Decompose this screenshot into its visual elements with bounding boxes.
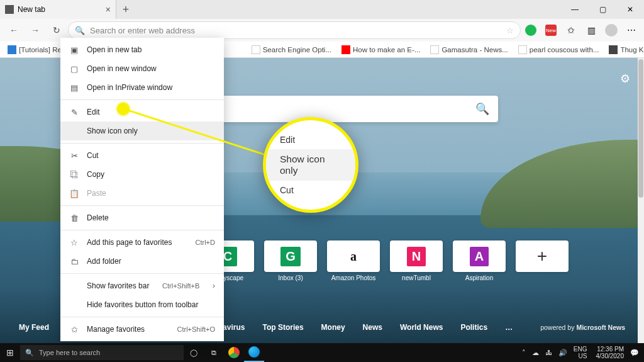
feed-topic[interactable]: Politics bbox=[460, 323, 487, 332]
notifications-icon[interactable]: 💬 bbox=[630, 349, 639, 357]
search-icon: 🔍 bbox=[475, 102, 489, 116]
quick-link-tile[interactable]: AAspiration bbox=[453, 240, 506, 281]
ctx-open-inprivate[interactable]: ▤Open in InPrivate window bbox=[60, 78, 224, 97]
quick-link-tile[interactable]: aAmazon Photos bbox=[327, 240, 380, 281]
highlight-leader-line bbox=[128, 110, 283, 161]
favorites-icon[interactable]: ✩ bbox=[562, 21, 580, 39]
callout-show-icon-only: Show icon only bbox=[266, 149, 355, 181]
language-indicator[interactable]: ENGUS bbox=[574, 346, 587, 359]
window-controls: — ▢ ✕ bbox=[561, 0, 644, 19]
tab-favicon bbox=[5, 5, 14, 14]
minimize-button[interactable]: — bbox=[561, 0, 589, 19]
onedrive-icon[interactable]: ☁ bbox=[532, 349, 539, 357]
start-button[interactable]: ⊞ bbox=[0, 348, 20, 358]
scrollbar-thumb[interactable] bbox=[638, 59, 643, 198]
menu-icon[interactable]: ⋯ bbox=[623, 21, 640, 39]
feed-topic[interactable]: News bbox=[363, 323, 382, 332]
ctx-show-fav-bar[interactable]: Show favorites barCtrl+Shift+B› bbox=[60, 276, 224, 295]
tab-title: New tab bbox=[18, 5, 45, 14]
windows-taskbar: ⊞ 🔍Type here to search ◯ ⧉ ˄ ☁ 🖧 🔊 ENGUS… bbox=[0, 343, 644, 362]
chevron-right-icon: › bbox=[213, 281, 215, 290]
extension-icon[interactable]: New bbox=[542, 21, 560, 39]
paste-icon: 📋 bbox=[69, 189, 79, 198]
task-view-icon[interactable]: ⧉ bbox=[204, 343, 224, 362]
copy-icon: ⿻ bbox=[69, 170, 79, 179]
scissors-icon: ✂ bbox=[69, 151, 79, 161]
feed-topic[interactable]: Money bbox=[321, 323, 345, 332]
ctx-delete[interactable]: 🗑Delete bbox=[60, 208, 224, 227]
back-button[interactable]: ← bbox=[4, 20, 24, 40]
profile-avatar[interactable] bbox=[602, 21, 620, 39]
ctx-open-new-tab[interactable]: ▣Open in new tab bbox=[60, 40, 224, 59]
new-window-icon: ▢ bbox=[69, 64, 79, 74]
star-icon: ☆ bbox=[69, 238, 79, 247]
browser-tab[interactable]: New tab × bbox=[0, 0, 116, 19]
address-bar[interactable]: 🔍 Search or enter web address ☆ bbox=[68, 21, 521, 39]
network-icon[interactable]: 🖧 bbox=[545, 349, 552, 356]
svg-line-0 bbox=[128, 110, 283, 161]
ctx-hide-fav-btn[interactable]: Hide favorites button from toolbar bbox=[60, 295, 224, 314]
page-settings-icon[interactable]: ⚙ bbox=[620, 72, 630, 86]
window-titlebar: New tab × + — ▢ ✕ bbox=[0, 0, 644, 19]
ctx-copy[interactable]: ⿻Copy bbox=[60, 165, 224, 184]
scrollbar[interactable] bbox=[638, 58, 644, 343]
highlight-marker bbox=[117, 103, 130, 115]
chrome-icon[interactable] bbox=[224, 343, 244, 362]
volume-icon[interactable]: 🔊 bbox=[558, 349, 567, 357]
collections-icon[interactable]: ▥ bbox=[582, 21, 600, 39]
maximize-button[interactable]: ▢ bbox=[589, 0, 616, 19]
feed-topic[interactable]: World News bbox=[400, 323, 443, 332]
quick-link-tile[interactable]: NnewTumbl bbox=[390, 240, 443, 281]
taskbar-search[interactable]: 🔍Type here to search bbox=[20, 345, 184, 360]
edge-icon[interactable] bbox=[244, 343, 264, 362]
feed-powered-by: powered by Microsoft News bbox=[540, 324, 625, 331]
close-window-button[interactable]: ✕ bbox=[616, 0, 644, 19]
favorite-star-icon[interactable]: ☆ bbox=[506, 26, 514, 35]
forward-button[interactable]: → bbox=[25, 20, 45, 40]
feed-more[interactable]: … bbox=[505, 323, 513, 332]
tray-overflow-icon[interactable]: ˄ bbox=[522, 349, 526, 357]
ctx-add-folder[interactable]: 🗀Add folder bbox=[60, 252, 224, 271]
address-placeholder: Search or enter web address bbox=[90, 26, 195, 35]
ctx-open-new-window[interactable]: ▢Open in new window bbox=[60, 59, 224, 78]
star-list-icon: ✩ bbox=[69, 325, 79, 334]
ctx-paste: 📋Paste bbox=[60, 184, 224, 203]
feed-topic[interactable]: Top Stories bbox=[262, 323, 303, 332]
system-tray: ˄ ☁ 🖧 🔊 ENGUS 12:36 PM4/30/2020 💬 bbox=[517, 346, 644, 359]
ctx-add-page[interactable]: ☆Add this page to favoritesCtrl+D bbox=[60, 233, 224, 252]
callout-edit: Edit bbox=[266, 130, 355, 149]
bookmark-item[interactable]: Thug Kitchen bbox=[605, 45, 644, 54]
highlight-callout: Edit Show icon only Cut bbox=[263, 117, 358, 213]
quick-link-tile[interactable]: GInbox (3) bbox=[264, 240, 317, 281]
trash-icon: 🗑 bbox=[69, 213, 79, 223]
pencil-icon: ✎ bbox=[69, 108, 79, 117]
callout-cut: Cut bbox=[266, 181, 355, 200]
bookmark-item[interactable]: How to make an E-... bbox=[338, 45, 424, 54]
folder-icon: 🗀 bbox=[69, 257, 79, 266]
cortana-icon[interactable]: ◯ bbox=[184, 343, 204, 362]
bookmark-item[interactable]: pearl couscous with... bbox=[514, 45, 603, 54]
context-menu: ▣Open in new tab ▢Open in new window ▤Op… bbox=[60, 38, 224, 341]
ctx-manage-favorites[interactable]: ✩Manage favoritesCtrl+Shift+O bbox=[60, 320, 224, 339]
close-tab-icon[interactable]: × bbox=[106, 4, 111, 14]
bookmark-item[interactable]: Search Engine Opti... bbox=[248, 45, 335, 54]
search-icon: 🔍 bbox=[25, 349, 34, 357]
clock[interactable]: 12:36 PM4/30/2020 bbox=[596, 346, 625, 359]
bookmark-item[interactable]: Gamasutra - News... bbox=[426, 45, 511, 54]
feed-tab-myfeed[interactable]: My Feed bbox=[19, 323, 49, 332]
extension-grammarly-icon[interactable] bbox=[522, 21, 540, 39]
add-quick-link-button[interactable]: + bbox=[516, 240, 569, 281]
new-tab-icon: ▣ bbox=[69, 45, 79, 55]
inprivate-icon: ▤ bbox=[69, 83, 79, 93]
search-icon: 🔍 bbox=[75, 26, 85, 35]
new-tab-button[interactable]: + bbox=[116, 3, 135, 16]
